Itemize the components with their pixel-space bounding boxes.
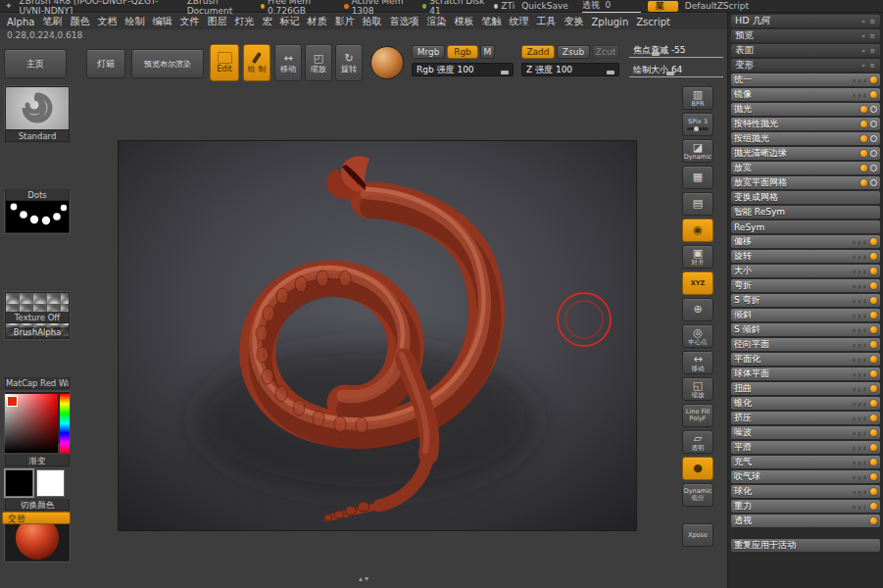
deform-handle-polish-crisp-edges[interactable] [860, 150, 867, 157]
rotate-button[interactable]: ↻ 旋转 [335, 44, 363, 81]
move-button[interactable]: ↔移动 [682, 351, 713, 374]
menu-item-7[interactable]: 图层 [203, 15, 230, 28]
deform-alt-toggle-polish-by-groups[interactable] [870, 135, 877, 142]
deform-handle-polish-by-groups[interactable] [860, 135, 867, 142]
deform-axis-z-taper[interactable]: z [863, 400, 866, 407]
deform-handle-noise[interactable] [870, 429, 877, 436]
deform-slider-rotate[interactable]: 旋转xyz [731, 250, 880, 263]
deform-handle-inflate-balloon[interactable] [870, 473, 877, 480]
deform-handle-offset[interactable] [870, 238, 877, 245]
mrgb-button[interactable]: Mrgb [412, 45, 445, 59]
deform-axis-x-inflate-balloon[interactable]: x [853, 473, 857, 480]
menu-item-20[interactable]: 变换 [560, 15, 587, 28]
deform-slider-polish[interactable]: 抛光 [731, 103, 880, 116]
menu-item-16[interactable]: 模板 [450, 15, 477, 28]
deform-axis-x-size[interactable]: x [853, 268, 857, 274]
deform-axis-x-unify[interactable]: x [853, 76, 857, 83]
deform-handle-skew[interactable] [870, 312, 877, 318]
center-button[interactable]: ◎中心点 [682, 324, 713, 348]
focal-shift-handle[interactable] [652, 52, 660, 56]
deform-handle-size[interactable] [870, 268, 877, 274]
deform-axis-x-flatten[interactable]: x [853, 356, 857, 363]
deform-axis-y-s-skew[interactable]: y [858, 326, 861, 333]
palette-header-preview[interactable]: 预览« ≡ [731, 29, 880, 42]
lightbox-button[interactable]: 灯箱 [86, 49, 125, 78]
deform-alt-toggle-relax[interactable] [870, 165, 877, 172]
local-symmetry-button[interactable]: ◉ [682, 219, 713, 242]
deform-handle-s-bend[interactable] [870, 297, 877, 304]
spix-slider[interactable]: SPix 3 [682, 113, 713, 136]
deform-axis-z-offset[interactable]: z [863, 238, 866, 245]
menu-item-14[interactable]: 首选项 [385, 15, 422, 28]
deform-handle-radial-flatten[interactable] [870, 341, 877, 348]
deform-axis-x-noise[interactable]: x [853, 429, 857, 436]
menu-item-6[interactable]: 文件 [175, 15, 203, 28]
deform-axis-z-skew[interactable]: z [863, 312, 866, 318]
deform-slider-skew[interactable]: 倾斜xyz [731, 309, 880, 321]
deform-axis-x-mirror[interactable]: x [853, 91, 857, 98]
deform-handle-polish[interactable] [860, 106, 867, 113]
zsub-button[interactable]: Zsub [557, 45, 590, 59]
rgb-intensity-handle[interactable] [501, 71, 509, 74]
frame-button[interactable]: ▣对齐 [682, 245, 713, 269]
menu-item-4[interactable]: 绘制 [121, 15, 148, 28]
deform-axis-z-s-bend[interactable]: z [863, 297, 866, 304]
palette-header-hd-geometry[interactable]: HD 几何« ≡ [731, 15, 880, 27]
deform-slider-s-skew[interactable]: S 倾斜xyz [731, 323, 880, 336]
deform-handle-twist[interactable] [870, 385, 877, 392]
transparency-button[interactable]: ▱透明 [682, 430, 713, 454]
deform-handle-squeeze[interactable] [870, 415, 877, 421]
deform-axis-z-spherical-flatten[interactable]: z [863, 370, 866, 377]
deform-alt-toggle-polish-by-features[interactable] [870, 121, 877, 127]
deform-axis-x-taper[interactable]: x [853, 400, 857, 407]
deform-handle-unify[interactable] [870, 76, 877, 83]
swap-colors-button[interactable]: 交替 [2, 512, 71, 524]
focal-shift-slider[interactable]: 焦点衰减 -55 [629, 44, 723, 58]
deform-slider-bend[interactable]: 弯折xyz [731, 279, 880, 292]
menu-item-2[interactable]: 颜色 [66, 15, 93, 28]
xpose-button[interactable]: Xpose [682, 523, 713, 547]
deform-alt-toggle-relax-plane-grid[interactable] [870, 179, 877, 186]
hue-strip[interactable] [60, 394, 70, 453]
deform-handle-spherize[interactable] [870, 488, 877, 495]
deform-button-resym[interactable]: ReSym [731, 220, 880, 233]
deform-axis-x-spherical-flatten[interactable]: x [853, 370, 857, 377]
quicksave-button[interactable]: QuickSave [521, 1, 568, 11]
deform-axis-x-squeeze[interactable]: x [853, 415, 857, 421]
deform-slider-noise[interactable]: 噪波xyz [731, 426, 880, 439]
deform-axis-x-radial-flatten[interactable]: x [853, 341, 857, 348]
deform-alt-toggle-polish[interactable] [870, 106, 877, 113]
deform-slider-twist[interactable]: 扭曲xyz [731, 382, 880, 395]
deform-handle-s-skew[interactable] [870, 326, 877, 333]
linefill-polyframe-button[interactable]: Line FillPolyF [682, 404, 713, 427]
menu-item-11[interactable]: 材质 [303, 15, 330, 28]
menu-item-15[interactable]: 渲染 [422, 15, 450, 28]
zoom-button[interactable]: ◱缩放 [682, 377, 713, 401]
move-button[interactable]: ↔ 移动 [274, 44, 302, 81]
deform-slider-unify[interactable]: 统一xyz [731, 74, 880, 86]
deform-slider-size[interactable]: 大小xyz [731, 265, 880, 277]
deform-button-morph-to-grid[interactable]: 变换成网格 [731, 191, 880, 204]
deform-handle-taper[interactable] [870, 400, 877, 407]
deform-axis-y-inflate[interactable]: y [858, 459, 861, 466]
deform-axis-z-inflate[interactable]: z [863, 459, 866, 466]
deform-handle-bend[interactable] [870, 282, 877, 289]
deform-slider-s-bend[interactable]: S 弯折xyz [731, 294, 880, 307]
perspective-grid-button[interactable]: ▦ [682, 166, 713, 189]
menu-item-3[interactable]: 文档 [93, 15, 121, 28]
deform-slider-relax[interactable]: 放宽 [731, 162, 880, 174]
deform-axis-z-smooth[interactable]: z [863, 444, 866, 451]
rgb-intensity-slider[interactable]: Rgb 强度 100 [412, 63, 514, 76]
deform-button-repeat-to-active[interactable]: 重复应用于活动 [731, 539, 880, 552]
deform-axis-z-twist[interactable]: z [863, 385, 866, 392]
deform-slider-smooth[interactable]: 平滑xyz [731, 441, 880, 454]
z-intensity-handle[interactable] [607, 71, 614, 74]
palette-header-deformation[interactable]: 变形 « ≡ [731, 59, 880, 72]
material-preview-button[interactable]: ● [682, 457, 713, 480]
deform-axis-z-spherize[interactable]: z [863, 488, 866, 495]
deform-handle-inflate[interactable] [870, 459, 877, 466]
menu-item-21[interactable]: Zplugin [587, 17, 632, 27]
document-canvas[interactable] [118, 140, 637, 531]
deform-axis-x-skew[interactable]: x [853, 312, 857, 318]
deform-slider-spherize[interactable]: 球化xyz [731, 485, 880, 498]
